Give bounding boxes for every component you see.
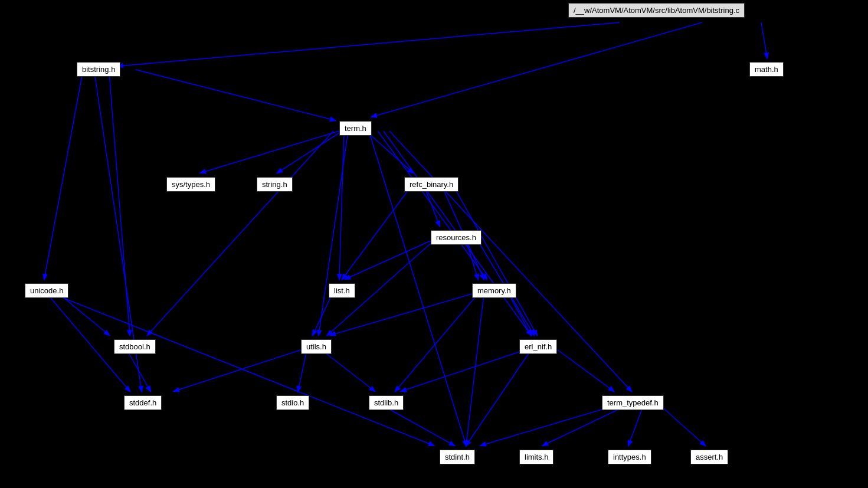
node-term_typedef_h: term_typedef.h bbox=[602, 395, 664, 410]
svg-line-4 bbox=[44, 73, 83, 279]
node-assert_h: assert.h bbox=[690, 450, 728, 464]
node-limits_h: limits.h bbox=[519, 450, 553, 464]
svg-line-26 bbox=[509, 294, 531, 335]
node-erl_nif_h: erl_nif.h bbox=[519, 339, 557, 354]
svg-line-5 bbox=[109, 73, 130, 335]
svg-line-9 bbox=[148, 131, 333, 335]
svg-line-10 bbox=[339, 131, 344, 279]
svg-line-8 bbox=[366, 131, 413, 173]
node-stdint_h: stdint.h bbox=[440, 450, 475, 464]
svg-line-38 bbox=[384, 406, 454, 446]
svg-line-36 bbox=[466, 350, 531, 446]
svg-line-1 bbox=[761, 22, 767, 58]
svg-line-32 bbox=[298, 350, 307, 391]
svg-line-6 bbox=[201, 131, 339, 173]
svg-line-23 bbox=[313, 294, 332, 335]
svg-line-39 bbox=[481, 406, 614, 446]
svg-line-41 bbox=[628, 406, 643, 446]
svg-line-18 bbox=[454, 188, 537, 335]
node-inttypes_h: inttypes.h bbox=[608, 450, 651, 464]
node-stdio_h: stdio.h bbox=[276, 395, 309, 410]
node-bitstring_h: bitstring.h bbox=[77, 62, 120, 77]
node-string_h: string.h bbox=[257, 177, 293, 192]
node-bitstring_c: /__w/AtomVM/AtomVM/src/libAtomVM/bitstri… bbox=[568, 3, 745, 18]
svg-line-16 bbox=[342, 188, 410, 279]
svg-line-0 bbox=[118, 22, 620, 66]
svg-line-31 bbox=[174, 350, 301, 391]
svg-line-33 bbox=[322, 350, 375, 391]
svg-line-42 bbox=[661, 406, 705, 446]
svg-line-11 bbox=[378, 131, 487, 279]
svg-line-20 bbox=[466, 241, 478, 279]
svg-line-7 bbox=[277, 131, 342, 173]
node-sys_types_h: sys/types.h bbox=[166, 177, 215, 192]
svg-line-34 bbox=[558, 350, 614, 391]
node-unicode_h: unicode.h bbox=[25, 283, 68, 298]
node-stddef_h: stddef.h bbox=[124, 395, 162, 410]
svg-line-35 bbox=[401, 350, 525, 391]
svg-line-24 bbox=[330, 294, 472, 335]
node-stdbool_h: stdbool.h bbox=[114, 339, 156, 354]
svg-line-25 bbox=[395, 294, 478, 391]
svg-line-14 bbox=[389, 131, 631, 391]
node-resources_h: resources.h bbox=[431, 230, 482, 245]
node-stdlib_h: stdlib.h bbox=[369, 395, 404, 410]
svg-line-12 bbox=[319, 131, 348, 335]
svg-line-15 bbox=[425, 188, 440, 226]
node-list_h: list.h bbox=[329, 283, 355, 298]
node-refc_binary_h: refc_binary.h bbox=[404, 177, 458, 192]
svg-line-3 bbox=[136, 70, 335, 120]
node-memory_h: memory.h bbox=[472, 283, 516, 298]
svg-line-40 bbox=[543, 406, 625, 446]
node-term_h: term.h bbox=[339, 121, 372, 136]
svg-line-27 bbox=[466, 294, 484, 446]
svg-line-2 bbox=[372, 22, 702, 117]
svg-line-37 bbox=[127, 350, 150, 391]
svg-line-19 bbox=[345, 241, 431, 279]
node-math_h: math.h bbox=[749, 62, 784, 77]
svg-line-28 bbox=[59, 294, 109, 335]
node-utils_h: utils.h bbox=[301, 339, 332, 354]
svg-line-30 bbox=[53, 294, 434, 446]
